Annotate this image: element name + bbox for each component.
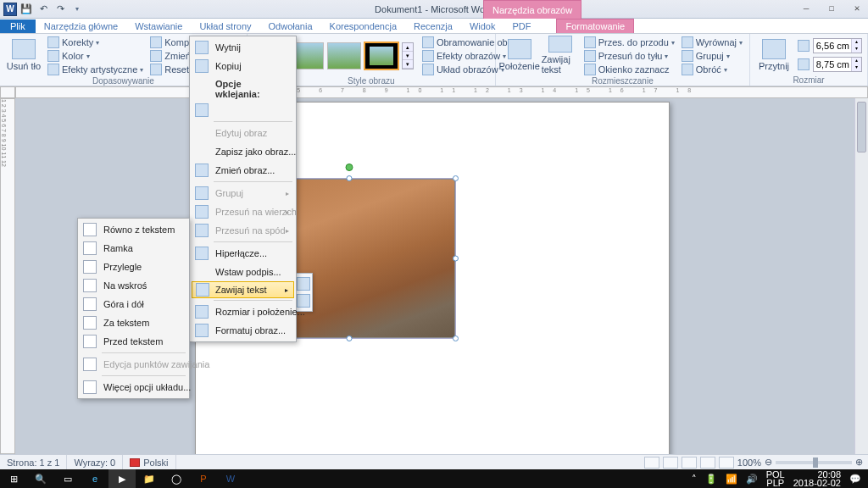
wrap-square[interactable]: Ramka xyxy=(80,239,187,258)
rotate-handle[interactable] xyxy=(346,164,353,171)
gallery-scroll[interactable]: ▴▾▾ xyxy=(402,42,414,69)
width-input[interactable]: ▴▾ xyxy=(813,57,862,72)
zoom-knob[interactable] xyxy=(813,458,818,468)
menu-format-image[interactable]: Formatuj obraz... xyxy=(192,321,294,340)
menu-cut[interactable]: Wytnij xyxy=(192,38,294,57)
artistic-effects-button[interactable]: Efekty artystyczne ▾ xyxy=(46,64,145,75)
style-thumb-selected[interactable] xyxy=(364,42,398,69)
status-words[interactable]: Wyrazy: 0 xyxy=(67,455,123,469)
selection-pane-button[interactable]: Okienko zaznacz xyxy=(582,64,671,75)
view-outline[interactable] xyxy=(700,457,715,469)
picture-icon[interactable] xyxy=(297,277,310,291)
menu-wrap-text[interactable]: Zawijaj tekst▸ xyxy=(192,281,294,298)
resize-handle[interactable] xyxy=(347,175,353,181)
wrap-through[interactable]: Na wskroś xyxy=(80,276,187,295)
battery-icon[interactable]: 🔋 xyxy=(705,474,717,485)
send-backward-button[interactable]: Przesuń do tyłu ▾ xyxy=(582,50,670,62)
resize-handle[interactable] xyxy=(453,336,459,341)
scrollbar-thumb[interactable] xyxy=(857,102,866,152)
tab-format[interactable]: Formatowanie xyxy=(556,19,634,33)
wrap-top-bottom[interactable]: Góra i dół xyxy=(80,295,187,313)
file-explorer-icon[interactable]: 📁 xyxy=(136,469,163,488)
menu-hyperlink[interactable]: Hiperłącze... xyxy=(192,244,294,263)
wrap-more-options[interactable]: Więcej opcji układu... xyxy=(80,378,187,396)
tab-insert[interactable]: Wstawianie xyxy=(126,19,191,33)
view-full-screen[interactable] xyxy=(663,457,678,469)
qat-dropdown-icon[interactable]: ▾ xyxy=(70,2,85,17)
tab-page-layout[interactable]: Układ strony xyxy=(191,19,259,33)
corrections-button[interactable]: Korekty ▾ xyxy=(46,36,101,48)
wrap-inline[interactable]: Równo z tekstem xyxy=(80,220,187,239)
group-button[interactable]: Grupuj ▾ xyxy=(680,50,732,62)
status-language[interactable]: Polski xyxy=(123,455,175,469)
color-button[interactable]: Kolor ▾ xyxy=(46,50,92,62)
powerpoint-icon[interactable]: P xyxy=(190,469,217,488)
resize-handle[interactable] xyxy=(453,256,459,262)
tab-file[interactable]: Plik xyxy=(0,19,36,33)
tray-up-icon[interactable]: ˄ xyxy=(692,474,697,485)
menu-size-position[interactable]: Rozmiar i położenie... xyxy=(192,302,294,321)
bring-forward-button[interactable]: Przes. do przodu ▾ xyxy=(582,36,676,48)
clock[interactable]: 20:082018-02-02 xyxy=(793,470,841,487)
close-button[interactable]: ✕ xyxy=(849,2,865,14)
notification-icon[interactable]: 💬 xyxy=(849,474,861,485)
view-draft[interactable] xyxy=(719,457,734,469)
picture-layout-button[interactable]: Układ obrazów ▾ xyxy=(420,64,506,75)
undo-icon[interactable]: ↶ xyxy=(36,2,51,17)
save-icon[interactable]: 💾 xyxy=(19,2,34,17)
tab-review[interactable]: Recenzja xyxy=(405,19,461,33)
window-controls: — ☐ ✕ xyxy=(798,2,865,14)
tab-pdf[interactable]: PDF xyxy=(504,19,539,33)
wrap-through-icon xyxy=(83,279,97,292)
style-thumb[interactable] xyxy=(327,42,361,69)
resize-handle[interactable] xyxy=(453,175,459,181)
zoom-slider[interactable] xyxy=(776,461,852,464)
resize-handle[interactable] xyxy=(347,336,353,341)
wrap-inline-icon xyxy=(83,223,97,236)
wrap-front[interactable]: Przed tekstem xyxy=(80,332,187,351)
edge-icon[interactable]: e xyxy=(81,469,108,488)
paste-option[interactable] xyxy=(192,101,294,119)
crop-button[interactable]: Przytnij xyxy=(755,36,793,75)
position-button[interactable]: Położenie xyxy=(501,36,538,75)
view-print-layout[interactable] xyxy=(644,457,659,469)
rotate-button[interactable]: Obróć ▾ xyxy=(680,64,729,75)
vertical-ruler[interactable]: 1 2 3 4 5 6 7 8 9 10 11 12 xyxy=(0,98,15,454)
menu-save-as-image[interactable]: Zapisz jako obraz... xyxy=(192,142,294,161)
remove-background-button[interactable]: Usuń tło xyxy=(5,36,42,75)
tab-home[interactable]: Narzędzia główne xyxy=(36,19,126,33)
zoom-in-button[interactable]: ⊕ xyxy=(855,457,863,468)
volume-icon[interactable]: 🔊 xyxy=(746,474,758,485)
wrap-behind[interactable]: Za tekstem xyxy=(80,313,187,332)
menu-change-image[interactable]: Zmień obraz... xyxy=(192,161,294,180)
start-button[interactable]: ⊞ xyxy=(0,469,27,488)
vertical-scrollbar[interactable] xyxy=(854,98,868,454)
status-page[interactable]: Strona: 1 z 1 xyxy=(0,455,67,469)
tab-view[interactable]: Widok xyxy=(461,19,504,33)
view-web-layout[interactable] xyxy=(682,457,697,469)
tab-references[interactable]: Odwołania xyxy=(260,19,321,33)
input-language[interactable]: POLPLP xyxy=(766,470,785,487)
wrap-icon xyxy=(196,283,209,297)
task-view-icon[interactable]: ▭ xyxy=(54,469,81,488)
height-input[interactable]: ▴▾ xyxy=(813,38,862,53)
wifi-icon[interactable]: 📶 xyxy=(726,474,737,485)
search-icon[interactable]: 🔍 xyxy=(27,469,54,488)
picture-effects-button[interactable]: Efekty obrazów ▾ xyxy=(420,50,508,62)
redo-icon[interactable]: ↷ xyxy=(53,2,68,17)
minimize-button[interactable]: — xyxy=(798,2,814,14)
menu-copy[interactable]: Kopiuj xyxy=(192,57,294,75)
tab-mailings[interactable]: Korespondencja xyxy=(321,19,406,33)
word-taskbar-icon[interactable]: W xyxy=(217,469,244,488)
horizontal-ruler[interactable]: 1 2 3 4 5 6 7 8 9 10 11 12 13 14 15 16 1… xyxy=(15,86,868,98)
chrome-icon[interactable]: ◯ xyxy=(163,469,190,488)
zoom-level[interactable]: 100% xyxy=(737,458,761,468)
wrap-tight[interactable]: Przylegle xyxy=(80,258,187,276)
wrap-icon[interactable] xyxy=(297,294,310,308)
store-icon[interactable]: ▶ xyxy=(108,469,136,488)
maximize-button[interactable]: ☐ xyxy=(824,2,839,14)
align-button[interactable]: Wyrównaj ▾ xyxy=(680,36,744,48)
wrap-text-button[interactable]: Zawijaj tekst xyxy=(542,36,579,75)
menu-insert-caption[interactable]: Wstaw podpis... xyxy=(192,263,294,281)
zoom-out-button[interactable]: ⊖ xyxy=(765,457,772,468)
